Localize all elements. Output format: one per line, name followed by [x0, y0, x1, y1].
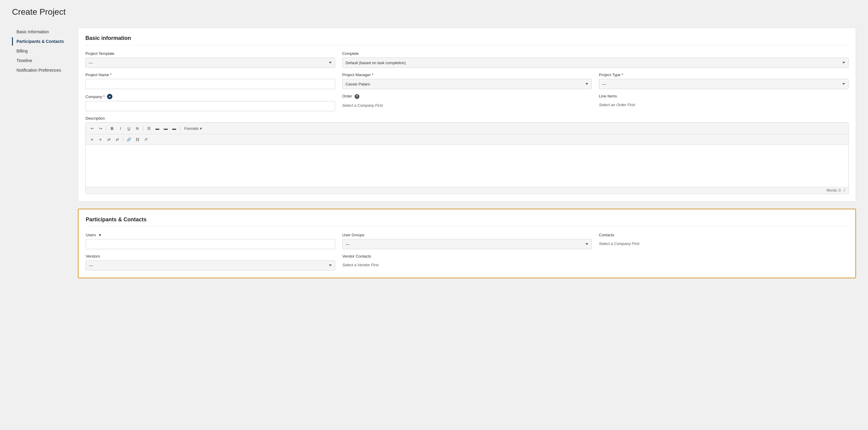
project-template-group: Project Template — [86, 51, 335, 68]
project-name-input[interactable] [86, 79, 335, 89]
page-title: Create Project [12, 7, 66, 17]
users-filter-icon[interactable]: ▼ [98, 233, 102, 237]
user-groups-label: User Groups [342, 233, 592, 237]
clear-formatting-button[interactable]: 𝒳 [142, 135, 150, 143]
description-body[interactable] [86, 145, 848, 187]
order-help-icon[interactable]: ? [354, 94, 360, 99]
sidebar: Basic Information Participants & Contact… [12, 28, 66, 421]
unordered-list-button[interactable]: ≡ [88, 135, 96, 143]
description-group: Description ↩ ↪ B I U S ☰ ▬ [86, 116, 848, 194]
project-type-label: Project Type * [599, 72, 848, 77]
user-groups-group: User Groups — [342, 233, 592, 249]
strikethrough-button[interactable]: S [133, 124, 141, 132]
users-group: Users ▼ [86, 233, 335, 249]
complete-group: Complete Default (based on task completi… [342, 51, 848, 68]
complete-select[interactable]: Default (based on task completion) [342, 58, 848, 68]
company-add-icon[interactable]: + [107, 94, 113, 99]
description-editor: ↩ ↪ B I U S ☰ ▬ ▬ ▬ [86, 122, 848, 194]
separator-4 [123, 137, 123, 142]
basic-information-title: Basic information [86, 35, 848, 45]
order-label: Order ? [342, 94, 592, 99]
main-content: Basic information Project Template — Com… [78, 28, 856, 421]
words-count: 0 [839, 188, 841, 192]
ordered-list-button[interactable]: ≡ [96, 135, 104, 143]
participants-contacts-title: Participants & Contacts [86, 216, 848, 227]
unlink-button[interactable]: ⛓ [133, 135, 141, 143]
description-label: Description [86, 116, 848, 121]
project-template-label: Project Template [86, 51, 335, 56]
editor-toolbar-row2: ≡ ≡ ⇄ ⇄ 🔗 ⛓ 𝒳 [86, 134, 848, 145]
separator-3 [180, 126, 180, 131]
company-input[interactable] [86, 101, 335, 111]
sidebar-item-basic-information[interactable]: Basic Information [12, 28, 66, 36]
align-right-button[interactable]: ▬ [162, 124, 169, 132]
underline-button[interactable]: U [125, 124, 133, 132]
project-manager-select[interactable]: Cassie Pataro [342, 79, 592, 89]
project-manager-group: Project Manager * Cassie Pataro [342, 72, 592, 89]
empty-col [599, 254, 848, 271]
line-items-label: Line Items [599, 94, 848, 98]
basic-information-section: Basic information Project Template — Com… [78, 28, 856, 202]
editor-toolbar-row1: ↩ ↪ B I U S ☰ ▬ ▬ ▬ [86, 123, 848, 134]
order-static-text: Select a Company First [342, 101, 592, 110]
indent-button[interactable]: ⇄ [105, 135, 113, 143]
participants-grid-row2: Vendors — Vendor Contacts Select a Vendo… [86, 254, 848, 271]
complete-label: Complete [342, 51, 848, 56]
participants-grid-row1: Users ▼ User Groups — Contacts Select a … [86, 233, 848, 249]
project-type-select[interactable]: — [599, 79, 848, 89]
undo-button[interactable]: ↩ [88, 124, 96, 132]
align-justify-button[interactable]: ▬ [170, 124, 178, 132]
project-manager-label: Project Manager * [342, 72, 592, 77]
formats-label: Formats [184, 126, 199, 131]
vendor-contacts-label: Vendor Contacts [342, 254, 592, 258]
bold-button[interactable]: B [108, 124, 116, 132]
redo-button[interactable]: ↪ [96, 124, 104, 132]
sidebar-item-notification-preferences[interactable]: Notification Preferences [12, 66, 66, 74]
separator-1 [106, 126, 106, 131]
align-center-button[interactable]: ▬ [153, 124, 161, 132]
project-type-group: Project Type * — [599, 72, 848, 89]
user-groups-select[interactable]: — [342, 239, 592, 249]
project-name-label: Project Name * [86, 72, 335, 77]
italic-button[interactable]: I [117, 124, 124, 132]
words-label: Words: 0 [826, 188, 841, 192]
sidebar-item-billing[interactable]: Billing [12, 47, 66, 55]
separator-2 [143, 126, 143, 131]
formats-dropdown-button[interactable]: Formats ▾ [182, 126, 205, 131]
contacts-group: Contacts Select a Company First [599, 233, 848, 249]
line-items-static-text: Select an Order First [599, 100, 848, 110]
resize-icon: ⠿ [843, 188, 846, 192]
project-name-group: Project Name * [86, 72, 335, 89]
editor-footer: Words: 0 ⠿ [86, 187, 848, 194]
order-group: Order ? Select a Company First [342, 94, 592, 111]
participants-contacts-section: Participants & Contacts Users ▼ User Gro… [78, 209, 856, 278]
line-items-group: Line Items Select an Order First [599, 94, 848, 111]
vendors-group: Vendors — [86, 254, 335, 271]
sidebar-item-timeline[interactable]: Timeline [12, 56, 66, 65]
vendor-contacts-group: Vendor Contacts Select a Vendor First [342, 254, 592, 271]
vendors-select[interactable]: — [86, 260, 335, 271]
link-button[interactable]: 🔗 [125, 135, 133, 143]
align-left-button[interactable]: ☰ [145, 124, 153, 132]
vendor-contacts-static-text: Select a Vendor First [342, 260, 592, 270]
formats-chevron-icon: ▾ [200, 126, 202, 131]
outdent-button[interactable]: ⇄ [113, 135, 121, 143]
vendors-label: Vendors [86, 254, 335, 258]
users-label: Users ▼ [86, 233, 335, 237]
contacts-label: Contacts [599, 233, 848, 237]
company-label: Company * + [86, 94, 335, 99]
project-template-select[interactable]: — [86, 58, 335, 68]
users-input[interactable] [86, 239, 335, 249]
sidebar-item-participants-contacts[interactable]: Participants & Contacts [12, 37, 66, 45]
contacts-static-text: Select a Company First [599, 239, 848, 248]
company-group: Company * + [86, 94, 335, 111]
